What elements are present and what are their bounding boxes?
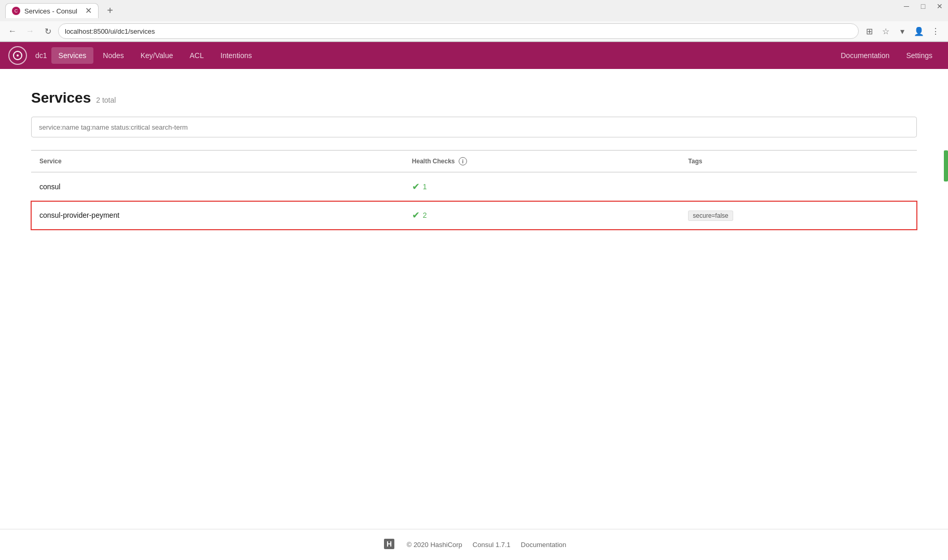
extensions-button[interactable]: ▾ [895, 24, 910, 38]
tag-badge: secure=false [688, 211, 733, 221]
translate-button[interactable]: ⊞ [862, 24, 876, 38]
datacenter-label: dc1 [35, 51, 47, 60]
close-button[interactable]: ✕ [931, 0, 948, 12]
health-check-icon: ✔ [412, 181, 420, 192]
table-header: Service Health Checks i Tags [31, 150, 917, 172]
services-table: Service Health Checks i Tags consul ✔ 1 [31, 150, 917, 230]
nav-right: Documentation Settings [833, 47, 940, 64]
service-name: consul [31, 172, 404, 201]
maximize-button[interactable]: □ [915, 0, 931, 12]
bookmark-button[interactable]: ☆ [878, 24, 893, 38]
nav-documentation[interactable]: Documentation [833, 47, 897, 64]
page-title: Services [31, 90, 91, 106]
nav-item-keyvalue[interactable]: Key/Value [133, 47, 181, 64]
nav-item-nodes[interactable]: Nodes [95, 47, 131, 64]
minimize-button[interactable]: ─ [898, 0, 915, 12]
back-button[interactable]: ← [5, 24, 20, 38]
consul-navbar: dc1 Services Nodes Key/Value ACL Intenti… [0, 42, 948, 69]
svg-point-1 [17, 54, 19, 57]
tags-cell: secure=false [680, 201, 917, 230]
nav-item-services[interactable]: Services [51, 47, 94, 64]
health-check-cell: ✔ 2 [404, 201, 680, 230]
health-checks-info-icon[interactable]: i [459, 157, 467, 165]
health-check-cell: ✔ 1 [404, 172, 680, 201]
health-check-count: 2 [423, 211, 427, 219]
column-health-checks: Health Checks i [404, 150, 680, 172]
consul-logo [8, 46, 27, 65]
forward-button[interactable]: → [23, 24, 37, 38]
tab-title: Services - Consul [24, 7, 77, 15]
table-row[interactable]: consul ✔ 1 [31, 172, 917, 201]
nav-items: Services Nodes Key/Value ACL Intentions [51, 47, 259, 64]
tab-close-button[interactable]: ✕ [85, 7, 92, 15]
page-header: Services 2 total [31, 90, 917, 106]
nav-settings[interactable]: Settings [899, 47, 940, 64]
main-content: Services 2 total Service Health Checks i… [0, 69, 948, 250]
search-input[interactable] [31, 117, 917, 137]
address-bar[interactable] [58, 23, 859, 39]
column-service: Service [31, 150, 404, 172]
browser-tab[interactable]: C Services - Consul ✕ [5, 3, 99, 18]
page-subtitle: 2 total [96, 96, 116, 104]
nav-item-acl[interactable]: ACL [183, 47, 211, 64]
table-body: consul ✔ 1 consul-provider-peyment ✔ 2 [31, 172, 917, 230]
profile-button[interactable]: 👤 [912, 24, 926, 38]
column-tags: Tags [680, 150, 917, 172]
service-name: consul-provider-peyment [31, 201, 404, 230]
table-row[interactable]: consul-provider-peyment ✔ 2 secure=false [31, 201, 917, 230]
health-check-icon: ✔ [412, 209, 420, 221]
health-check-count: 1 [423, 183, 427, 191]
nav-item-intentions[interactable]: Intentions [213, 47, 259, 64]
reload-button[interactable]: ↻ [40, 24, 55, 38]
tab-favicon: C [12, 7, 20, 15]
menu-button[interactable]: ⋮ [928, 24, 943, 38]
tags-cell [680, 172, 917, 201]
new-tab-button[interactable]: + [103, 4, 117, 18]
